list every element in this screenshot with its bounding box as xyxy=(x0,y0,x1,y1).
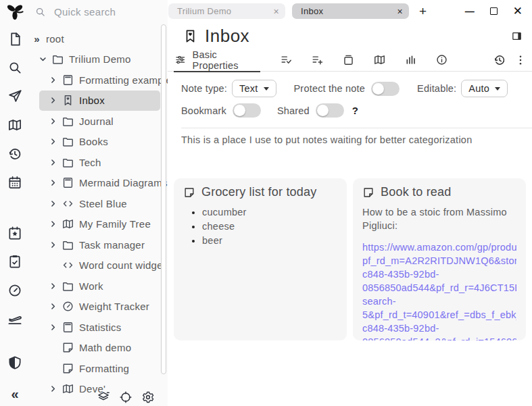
tree-item-trilium-demo[interactable]: Trilium Demo xyxy=(30,49,161,70)
chevron-down-icon[interactable] xyxy=(38,54,48,64)
chevron-right-icon[interactable] xyxy=(48,136,58,147)
layers-button[interactable] xyxy=(97,390,110,404)
tree-item-root[interactable]: »root xyxy=(30,28,161,49)
note-revisions-button[interactable] xyxy=(493,53,506,67)
tree-item-work[interactable]: Work xyxy=(30,276,161,297)
tree-item-word-count-widget[interactable]: Word count widget xyxy=(30,255,161,276)
note-type-select[interactable]: Text xyxy=(232,80,276,97)
search-icon[interactable] xyxy=(7,60,23,76)
maximize-button[interactable] xyxy=(490,7,498,15)
note-icon xyxy=(62,362,74,375)
chevron-right-icon[interactable] xyxy=(48,157,58,168)
travel-icon[interactable] xyxy=(7,311,23,327)
dashboard-icon[interactable] xyxy=(7,283,23,299)
note-icon xyxy=(183,186,195,199)
amazon-link[interactable]: https://www.amazon.com/gp/product/Bpf_rd… xyxy=(362,240,516,340)
link-line[interactable]: c848-435b-92bd- xyxy=(362,268,516,281)
tab-similar-notes[interactable] xyxy=(395,50,426,70)
tree-item-inbox[interactable]: Inbox xyxy=(39,91,160,111)
settings-button[interactable] xyxy=(141,390,155,404)
link-line[interactable]: search- xyxy=(362,295,516,308)
tab-inherited-attributes[interactable] xyxy=(301,50,333,70)
code-icon xyxy=(62,259,74,272)
link-line[interactable]: pf_rd_m=A2R2RITDJNW1Q6&storeType= xyxy=(362,254,516,268)
calendar-icon[interactable] xyxy=(7,175,23,191)
note-description[interactable]: This is a place I use to put notes waiti… xyxy=(168,128,532,145)
recent-changes-icon[interactable] xyxy=(7,147,23,162)
close-button[interactable]: ✕ xyxy=(513,4,523,18)
tree-item-mermaid-diagrams[interactable]: Mermaid Diagrams xyxy=(30,173,161,194)
collapse-pane-button[interactable]: « xyxy=(7,386,23,402)
minimize-button[interactable]: — xyxy=(465,6,475,17)
chevron-right-icon[interactable] xyxy=(48,75,58,85)
tab-trilium-demo[interactable]: Trilium Demo × xyxy=(168,3,285,19)
new-tab-button[interactable]: + xyxy=(419,4,427,19)
tab-close-icon[interactable]: × xyxy=(392,6,403,17)
chevron-right-icon[interactable] xyxy=(48,384,58,394)
tree-item-formatting[interactable]: Formatting xyxy=(30,358,161,379)
quick-search-input[interactable]: Quick search xyxy=(34,6,116,18)
tab-close-icon[interactable]: × xyxy=(268,6,279,17)
tab-note-info[interactable] xyxy=(426,50,457,70)
tree-item-steel-blue[interactable]: Steel Blue xyxy=(30,193,161,214)
task-manager-icon[interactable] xyxy=(7,254,23,270)
editable-label: Editable: xyxy=(417,83,456,94)
editable-select[interactable]: Auto xyxy=(461,80,508,97)
new-note-icon[interactable] xyxy=(7,32,23,47)
shared-toggle[interactable] xyxy=(316,103,344,118)
tree-item-statistics[interactable]: Statistics xyxy=(30,317,161,338)
protect-note-toggle[interactable] xyxy=(371,82,400,96)
archive-icon xyxy=(342,53,355,66)
tree-item-books[interactable]: Books xyxy=(30,132,161,153)
bookmarks-icon[interactable] xyxy=(7,226,23,241)
chevron-right-icon[interactable] xyxy=(48,240,58,250)
note-icon xyxy=(362,186,374,199)
tree-item-formatting-example[interactable]: Formatting example xyxy=(30,70,161,91)
tree-item-journal[interactable]: Journal xyxy=(30,111,161,132)
trilium-logo-icon[interactable] xyxy=(5,1,25,21)
note-title[interactable]: Inbox xyxy=(205,26,249,47)
tab-inbox[interactable]: Inbox × xyxy=(292,3,409,19)
protected-session-icon[interactable] xyxy=(7,355,23,371)
link-line[interactable]: 5&pf_rd_t=40901&ref_=dbs_f_ebk_rwt_s xyxy=(362,308,516,322)
list-item: cheese xyxy=(202,221,337,232)
tree-scrollbar[interactable] xyxy=(161,24,166,374)
link-line[interactable]: c848-435b-92bd- xyxy=(362,322,516,335)
chevron-right-icon[interactable] xyxy=(48,322,58,332)
link-line[interactable]: https://www.amazon.com/gp/product/B xyxy=(362,240,516,254)
tree-item-tech[interactable]: Tech xyxy=(30,152,161,173)
list-plus-icon xyxy=(311,53,324,66)
card-header[interactable]: Grocery list for today xyxy=(183,185,337,199)
tab-note-paths[interactable] xyxy=(333,50,364,70)
card-book-to-read[interactable]: Book to read How to be a stoic from Mass… xyxy=(353,178,526,340)
tree-item-label: Formatting example xyxy=(79,74,168,86)
tab-note-map[interactable] xyxy=(364,50,395,70)
chevron-right-icon[interactable] xyxy=(48,281,58,291)
jump-to-note-icon[interactable] xyxy=(7,88,23,104)
search-icon xyxy=(34,6,46,18)
tree-item-task-manager[interactable]: Task manager xyxy=(30,234,161,255)
tree-item-my-family-tree[interactable]: My Family Tree xyxy=(30,214,161,235)
tree-item-weight-tracker[interactable]: Weight Tracker xyxy=(30,297,161,318)
ribbon-tab-basic-properties[interactable]: Basic Properties xyxy=(174,49,260,72)
locate-button[interactable] xyxy=(119,390,132,404)
chevron-right-icon[interactable] xyxy=(48,178,58,188)
tab-owned-attributes[interactable] xyxy=(270,50,301,70)
chevron-right-icon[interactable] xyxy=(48,301,58,311)
card-header[interactable]: Book to read xyxy=(362,185,516,199)
link-line[interactable]: 0856850ad544&pf_rd_r=4J6CT15BS4X8 xyxy=(362,281,516,295)
bar-chart-icon xyxy=(404,53,417,66)
chevron-right-icon[interactable] xyxy=(48,219,58,229)
create-split-icon[interactable] xyxy=(511,30,523,42)
shared-help[interactable]: ? xyxy=(352,105,358,116)
chevron-right-icon[interactable] xyxy=(48,199,58,209)
note-map-icon[interactable] xyxy=(7,118,23,133)
bookmark-toggle[interactable] xyxy=(233,103,261,118)
more-button[interactable] xyxy=(514,54,527,66)
link-line[interactable]: 0856850ad544_2&pf_rd_i=154606011^ xyxy=(362,335,516,340)
tree-item-math-demo[interactable]: Math demo xyxy=(30,338,161,359)
card-grocery-list[interactable]: Grocery list for today cucumbercheesebee… xyxy=(174,178,347,340)
chevron-right-icon[interactable] xyxy=(48,116,58,126)
expand-all-icon[interactable]: » xyxy=(31,34,41,44)
chevron-right-icon[interactable] xyxy=(48,95,58,105)
